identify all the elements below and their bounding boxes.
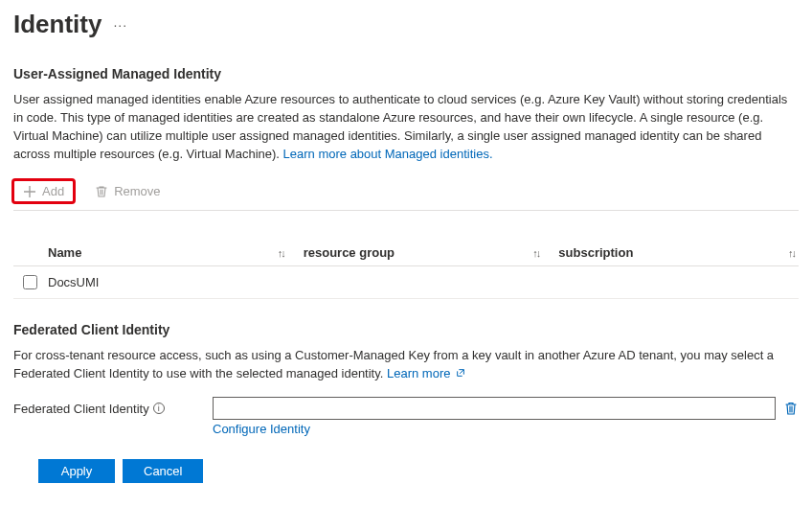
fci-learn-more-link[interactable]: Learn more [387,366,465,380]
fci-description: For cross-tenant resource access, such a… [13,347,799,383]
uami-learn-more-link[interactable]: Learn more about Managed identities. [283,147,493,161]
remove-button[interactable]: Remove [85,180,169,202]
table-row[interactable]: DocsUMI [13,266,799,299]
col-name-label: Name [48,245,81,260]
table-header-row: Name ↑↓ resource group ↑↓ subscription ↑… [13,240,799,266]
plus-icon [23,185,36,198]
row-name: DocsUMI [48,275,99,289]
apply-button[interactable]: Apply [38,459,115,483]
identity-table: Name ↑↓ resource group ↑↓ subscription ↑… [13,240,799,299]
trash-icon [95,185,108,198]
col-sub-label: subscription [558,245,633,260]
footer-buttons: Apply Cancel [38,459,799,483]
sort-name-icon[interactable]: ↑↓ [278,247,284,259]
sort-rg-icon[interactable]: ↑↓ [532,247,539,259]
sort-sub-icon[interactable]: ↑↓ [788,247,795,259]
remove-button-label: Remove [114,184,160,198]
fci-input[interactable] [213,397,776,420]
fci-learn-more-text: Learn more [387,366,450,380]
add-button-label: Add [42,184,64,198]
uami-toolbar: Add Remove [13,176,799,211]
row-checkbox[interactable] [23,275,37,289]
delete-icon[interactable] [783,401,799,416]
fci-heading: Federated Client Identity [13,322,799,337]
external-link-icon [456,368,465,378]
uami-description: User assigned managed identities enable … [13,91,799,163]
cancel-button[interactable]: Cancel [123,459,203,483]
info-icon[interactable]: i [153,403,165,414]
page-title: Identity [13,10,102,39]
col-rg-label: resource group [304,245,395,260]
uami-heading: User-Assigned Managed Identity [13,66,799,81]
add-button[interactable]: Add [13,180,74,202]
fci-field-row: Federated Client Identity i [13,397,799,420]
configure-identity-link[interactable]: Configure Identity [213,422,310,436]
fci-field-label: Federated Client Identity [13,402,149,416]
more-actions-icon[interactable]: ··· [113,17,127,33]
